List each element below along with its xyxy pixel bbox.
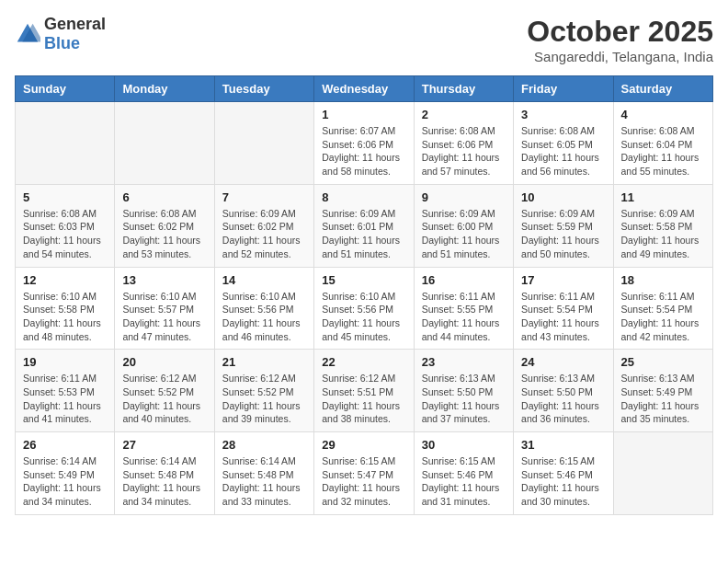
- calendar-cell: 21Sunrise: 6:12 AMSunset: 5:52 PMDayligh…: [214, 350, 313, 432]
- day-info: Sunrise: 6:13 AMSunset: 5:50 PMDaylight:…: [422, 372, 506, 426]
- day-info: Sunrise: 6:12 AMSunset: 5:52 PMDaylight:…: [222, 372, 306, 426]
- calendar-cell: 19Sunrise: 6:11 AMSunset: 5:53 PMDayligh…: [16, 350, 115, 432]
- calendar-cell: 6Sunrise: 6:08 AMSunset: 6:02 PMDaylight…: [115, 184, 214, 267]
- weekday-header-monday: Monday: [115, 76, 214, 102]
- location-subtitle: Sangareddi, Telangana, India: [527, 49, 713, 64]
- logo-icon: [15, 21, 40, 47]
- day-info: Sunrise: 6:10 AMSunset: 5:56 PMDaylight:…: [322, 290, 405, 344]
- day-info: Sunrise: 6:14 AMSunset: 5:48 PMDaylight:…: [222, 454, 306, 509]
- calendar-table: SundayMondayTuesdayWednesdayThursdayFrid…: [15, 75, 713, 515]
- day-info: Sunrise: 6:11 AMSunset: 5:54 PMDaylight:…: [521, 290, 605, 344]
- day-number: 21: [222, 355, 306, 369]
- calendar-cell: 22Sunrise: 6:12 AMSunset: 5:51 PMDayligh…: [314, 350, 414, 432]
- calendar-cell: 14Sunrise: 6:10 AMSunset: 5:56 PMDayligh…: [214, 267, 313, 350]
- calendar-cell: 11Sunrise: 6:09 AMSunset: 5:58 PMDayligh…: [613, 184, 712, 267]
- day-info: Sunrise: 6:15 AMSunset: 5:47 PMDaylight:…: [322, 454, 405, 509]
- calendar-cell: 16Sunrise: 6:11 AMSunset: 5:55 PMDayligh…: [414, 267, 513, 350]
- day-info: Sunrise: 6:10 AMSunset: 5:56 PMDaylight:…: [222, 290, 306, 344]
- day-number: 26: [23, 438, 107, 452]
- calendar-cell: 13Sunrise: 6:10 AMSunset: 5:57 PMDayligh…: [115, 267, 214, 350]
- day-info: Sunrise: 6:11 AMSunset: 5:54 PMDaylight:…: [621, 290, 705, 344]
- day-info: Sunrise: 6:10 AMSunset: 5:57 PMDaylight:…: [122, 290, 206, 344]
- day-number: 8: [322, 190, 405, 204]
- calendar-cell: 2Sunrise: 6:08 AMSunset: 6:06 PMDaylight…: [414, 102, 513, 185]
- day-info: Sunrise: 6:09 AMSunset: 5:58 PMDaylight:…: [621, 207, 705, 261]
- calendar-cell: [613, 432, 712, 515]
- calendar-cell: 12Sunrise: 6:10 AMSunset: 5:58 PMDayligh…: [16, 267, 115, 350]
- day-info: Sunrise: 6:14 AMSunset: 5:49 PMDaylight:…: [23, 454, 107, 509]
- calendar-cell: [214, 102, 313, 185]
- day-number: 4: [621, 108, 705, 121]
- calendar-cell: 18Sunrise: 6:11 AMSunset: 5:54 PMDayligh…: [613, 267, 712, 350]
- calendar-week-row: 12Sunrise: 6:10 AMSunset: 5:58 PMDayligh…: [16, 267, 713, 350]
- day-info: Sunrise: 6:09 AMSunset: 5:59 PMDaylight:…: [521, 207, 605, 261]
- calendar-week-row: 1Sunrise: 6:07 AMSunset: 6:06 PMDaylight…: [16, 102, 713, 185]
- weekday-header-sunday: Sunday: [16, 76, 115, 102]
- weekday-header-wednesday: Wednesday: [314, 76, 414, 102]
- day-info: Sunrise: 6:11 AMSunset: 5:55 PMDaylight:…: [422, 290, 506, 344]
- weekday-header-thursday: Thursday: [414, 76, 513, 102]
- day-number: 6: [122, 190, 206, 204]
- day-number: 15: [322, 273, 405, 287]
- calendar-cell: 27Sunrise: 6:14 AMSunset: 5:48 PMDayligh…: [115, 432, 214, 515]
- calendar-cell: 17Sunrise: 6:11 AMSunset: 5:54 PMDayligh…: [514, 267, 613, 350]
- calendar-cell: 20Sunrise: 6:12 AMSunset: 5:52 PMDayligh…: [115, 350, 214, 432]
- calendar-week-row: 5Sunrise: 6:08 AMSunset: 6:03 PMDaylight…: [16, 184, 713, 267]
- header: General Blue October 2025 Sangareddi, Te…: [15, 15, 713, 64]
- day-info: Sunrise: 6:08 AMSunset: 6:04 PMDaylight:…: [621, 124, 705, 178]
- calendar-cell: 9Sunrise: 6:09 AMSunset: 6:00 PMDaylight…: [414, 184, 513, 267]
- day-number: 17: [521, 273, 605, 287]
- day-info: Sunrise: 6:13 AMSunset: 5:49 PMDaylight:…: [621, 372, 705, 426]
- calendar-cell: 8Sunrise: 6:09 AMSunset: 6:01 PMDaylight…: [314, 184, 414, 267]
- day-number: 27: [122, 438, 206, 452]
- weekday-header-row: SundayMondayTuesdayWednesdayThursdayFrid…: [16, 76, 713, 102]
- day-info: Sunrise: 6:09 AMSunset: 6:00 PMDaylight:…: [422, 207, 506, 261]
- day-number: 18: [621, 273, 705, 287]
- day-number: 11: [621, 190, 705, 204]
- calendar-cell: 29Sunrise: 6:15 AMSunset: 5:47 PMDayligh…: [314, 432, 414, 515]
- day-number: 24: [521, 355, 605, 369]
- weekday-header-friday: Friday: [514, 76, 613, 102]
- day-number: 1: [322, 108, 405, 121]
- weekday-header-tuesday: Tuesday: [214, 76, 313, 102]
- day-info: Sunrise: 6:09 AMSunset: 6:01 PMDaylight:…: [322, 207, 405, 261]
- calendar-cell: 1Sunrise: 6:07 AMSunset: 6:06 PMDaylight…: [314, 102, 414, 185]
- day-number: 14: [222, 273, 306, 287]
- calendar-cell: 5Sunrise: 6:08 AMSunset: 6:03 PMDaylight…: [16, 184, 115, 267]
- day-number: 31: [521, 438, 605, 452]
- day-number: 7: [222, 190, 306, 204]
- calendar-cell: 31Sunrise: 6:15 AMSunset: 5:46 PMDayligh…: [514, 432, 613, 515]
- logo-text-blue: Blue: [44, 34, 80, 52]
- calendar-cell: 25Sunrise: 6:13 AMSunset: 5:49 PMDayligh…: [613, 350, 712, 432]
- calendar-cell: 4Sunrise: 6:08 AMSunset: 6:04 PMDaylight…: [613, 102, 712, 185]
- calendar-cell: 10Sunrise: 6:09 AMSunset: 5:59 PMDayligh…: [514, 184, 613, 267]
- calendar-cell: [115, 102, 214, 185]
- calendar-cell: 26Sunrise: 6:14 AMSunset: 5:49 PMDayligh…: [16, 432, 115, 515]
- day-info: Sunrise: 6:08 AMSunset: 6:05 PMDaylight:…: [521, 124, 605, 178]
- day-number: 25: [621, 355, 705, 369]
- calendar-cell: [16, 102, 115, 185]
- day-number: 13: [122, 273, 206, 287]
- day-number: 20: [122, 355, 206, 369]
- day-number: 2: [422, 108, 506, 121]
- day-info: Sunrise: 6:14 AMSunset: 5:48 PMDaylight:…: [122, 454, 206, 509]
- calendar-week-row: 19Sunrise: 6:11 AMSunset: 5:53 PMDayligh…: [16, 350, 713, 432]
- calendar-cell: 15Sunrise: 6:10 AMSunset: 5:56 PMDayligh…: [314, 267, 414, 350]
- day-number: 10: [521, 190, 605, 204]
- day-info: Sunrise: 6:12 AMSunset: 5:52 PMDaylight:…: [122, 372, 206, 426]
- day-number: 29: [322, 438, 405, 452]
- calendar-cell: 24Sunrise: 6:13 AMSunset: 5:50 PMDayligh…: [514, 350, 613, 432]
- day-info: Sunrise: 6:08 AMSunset: 6:03 PMDaylight:…: [23, 207, 107, 261]
- title-area: October 2025 Sangareddi, Telangana, Indi…: [527, 15, 713, 64]
- day-number: 16: [422, 273, 506, 287]
- calendar-cell: 28Sunrise: 6:14 AMSunset: 5:48 PMDayligh…: [214, 432, 313, 515]
- day-info: Sunrise: 6:15 AMSunset: 5:46 PMDaylight:…: [521, 454, 605, 509]
- month-title: October 2025: [527, 15, 713, 49]
- day-info: Sunrise: 6:07 AMSunset: 6:06 PMDaylight:…: [322, 124, 405, 178]
- calendar-cell: 30Sunrise: 6:15 AMSunset: 5:46 PMDayligh…: [414, 432, 513, 515]
- day-number: 5: [23, 190, 107, 204]
- day-number: 12: [23, 273, 107, 287]
- calendar-cell: 7Sunrise: 6:09 AMSunset: 6:02 PMDaylight…: [214, 184, 313, 267]
- day-info: Sunrise: 6:10 AMSunset: 5:58 PMDaylight:…: [23, 290, 107, 344]
- day-info: Sunrise: 6:12 AMSunset: 5:51 PMDaylight:…: [322, 372, 405, 426]
